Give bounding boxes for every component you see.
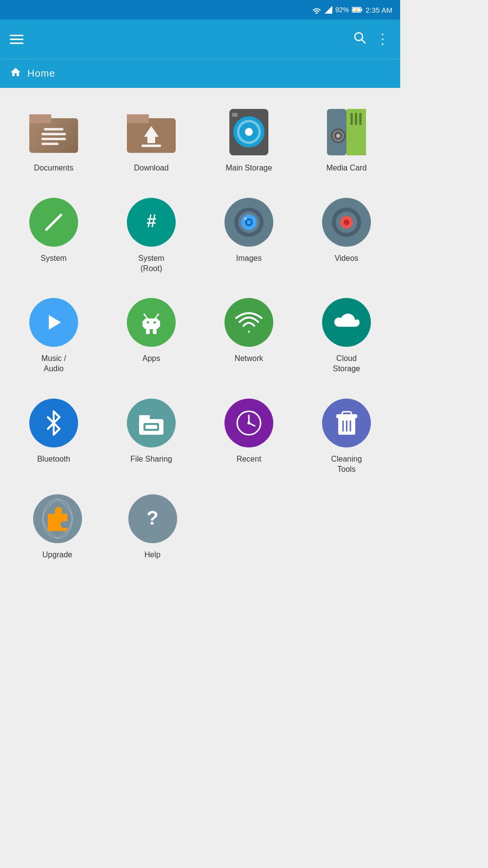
system-label: System [41, 254, 66, 264]
header-right: ⋮ [353, 31, 390, 47]
bluetooth-icon [29, 399, 78, 447]
grid-item-download[interactable]: Download [102, 98, 200, 183]
grid-item-cloud-storage[interactable]: Cloud Storage [298, 288, 395, 384]
svg-rect-12 [41, 138, 66, 140]
svg-marker-45 [49, 315, 61, 330]
svg-text:#: # [146, 211, 156, 231]
hamburger-menu[interactable] [10, 35, 23, 44]
header: ⋮ [0, 20, 400, 59]
grid-item-main-storage[interactable]: Main Storage [200, 98, 298, 183]
apps-icon [127, 298, 176, 347]
svg-point-47 [147, 321, 149, 324]
help-label: Help [144, 550, 161, 560]
svg-point-21 [245, 128, 253, 136]
wifi-icon [312, 6, 322, 14]
svg-rect-22 [232, 113, 238, 117]
grid-item-system[interactable]: System [5, 188, 102, 284]
file-sharing-label: File Sharing [130, 454, 172, 465]
grid-item-file-sharing[interactable]: File Sharing [102, 389, 200, 485]
grid-item-videos[interactable]: Videos [298, 188, 395, 284]
grid-item-network[interactable]: Network [200, 288, 298, 384]
search-icon[interactable] [353, 31, 366, 47]
upgrade-label: Upgrade [42, 550, 72, 560]
videos-label: Videos [335, 254, 359, 264]
images-label: Images [236, 254, 262, 264]
svg-point-38 [247, 220, 251, 224]
apps-label: Apps [142, 354, 160, 364]
recent-label: Recent [237, 454, 262, 465]
main-grid: Documents Download [5, 98, 395, 485]
grid-item-bluetooth[interactable]: Bluetooth [5, 389, 102, 485]
empty-cell-2 [295, 485, 390, 570]
file-sharing-icon [127, 399, 176, 447]
svg-line-6 [362, 40, 365, 43]
signal-icon [325, 6, 332, 14]
last-row-grid: Upgrade ? Help [5, 485, 395, 570]
documents-label: Documents [34, 163, 74, 173]
bluetooth-label: Bluetooth [37, 454, 70, 465]
music-audio-label: Music / Audio [41, 354, 66, 374]
svg-point-44 [344, 219, 349, 225]
battery-percentage: 92% [335, 6, 349, 14]
grid-item-system-root[interactable]: # System (Root) [102, 188, 200, 284]
svg-rect-13 [41, 143, 59, 145]
documents-icon [29, 107, 78, 156]
svg-rect-26 [355, 113, 357, 125]
svg-rect-55 [146, 329, 150, 334]
images-icon [224, 198, 273, 247]
svg-rect-67 [342, 412, 351, 415]
svg-rect-60 [145, 425, 157, 429]
svg-point-52 [157, 314, 159, 316]
breadcrumb-label: Home [27, 68, 55, 79]
clock: 2:35 AM [366, 6, 392, 14]
grid-item-music-audio[interactable]: Music / Audio [5, 288, 102, 384]
svg-marker-0 [325, 6, 332, 14]
svg-rect-27 [359, 113, 362, 125]
grid-item-cleaning-tools[interactable]: Cleaning Tools [298, 389, 395, 485]
cleaning-tools-icon [322, 399, 371, 447]
empty-cell-1 [200, 485, 295, 570]
videos-icon [322, 198, 371, 247]
svg-rect-9 [29, 114, 51, 123]
music-audio-icon [29, 298, 78, 347]
main-storage-label: Main Storage [225, 163, 272, 173]
svg-rect-11 [41, 133, 66, 135]
svg-rect-17 [142, 145, 161, 147]
svg-rect-56 [153, 329, 157, 334]
download-label: Download [134, 163, 168, 173]
svg-rect-8 [29, 118, 78, 153]
more-options-icon[interactable]: ⋮ [376, 32, 390, 46]
svg-rect-15 [127, 114, 149, 123]
help-icon: ? [128, 494, 177, 543]
grid-container: Documents Download [0, 88, 400, 579]
system-root-icon: # [127, 198, 176, 247]
svg-rect-46 [144, 318, 159, 329]
status-icons: 92% ⚡ 2:35 AM [312, 6, 392, 14]
grid-item-media-card[interactable]: Media Card [298, 98, 395, 183]
svg-point-39 [244, 217, 247, 220]
status-bar: 92% ⚡ 2:35 AM [0, 0, 400, 20]
grid-item-apps[interactable]: Apps [102, 288, 200, 384]
cleaning-tools-label: Cleaning Tools [331, 454, 362, 475]
svg-rect-53 [142, 320, 145, 327]
network-icon [224, 298, 273, 347]
svg-point-64 [247, 422, 250, 424]
media-card-label: Media Card [326, 163, 367, 173]
svg-rect-54 [157, 320, 160, 327]
grid-item-images[interactable]: Images [200, 188, 298, 284]
grid-item-recent[interactable]: Recent [200, 389, 298, 485]
svg-point-48 [154, 321, 156, 324]
breadcrumb: Home [0, 59, 400, 88]
grid-item-help[interactable]: ? Help [105, 485, 200, 570]
header-left [10, 35, 23, 44]
svg-rect-25 [350, 113, 353, 125]
grid-item-documents[interactable]: Documents [5, 98, 102, 183]
download-icon [127, 107, 176, 156]
upgrade-icon [33, 494, 82, 543]
grid-item-upgrade[interactable]: Upgrade [10, 485, 105, 570]
svg-text:⚡: ⚡ [354, 8, 359, 13]
svg-point-30 [336, 134, 340, 138]
recent-icon [224, 399, 273, 447]
svg-line-31 [46, 215, 61, 230]
svg-rect-3 [361, 9, 362, 11]
